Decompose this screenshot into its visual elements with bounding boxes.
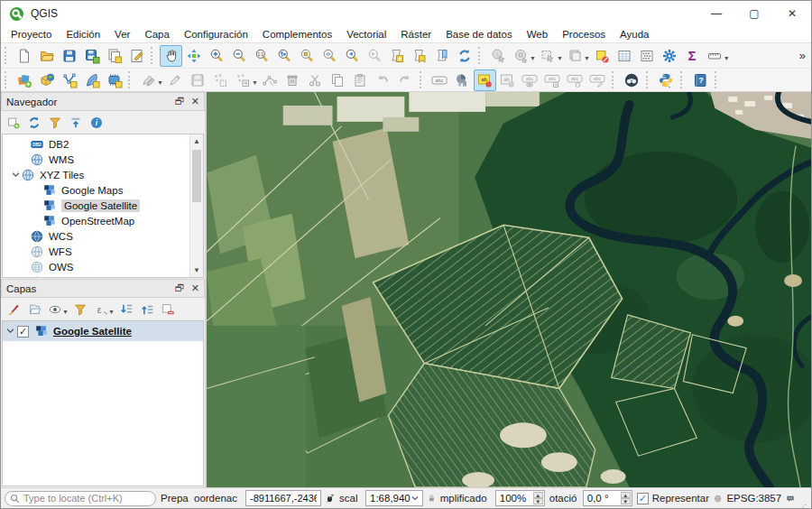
scale-combobox[interactable]: 1:68,940	[365, 490, 423, 506]
feature-action-dropdown[interactable]: ▼	[510, 45, 537, 67]
pan-to-selection-button[interactable]	[182, 45, 205, 67]
zoom-to-selection-button[interactable]	[295, 45, 318, 67]
browser-scrollbar[interactable]: ▲ ▼	[189, 134, 203, 277]
pan-map-button[interactable]	[160, 45, 182, 67]
add-vector-layer-button[interactable]	[58, 69, 80, 91]
scroll-up-icon[interactable]: ▲	[190, 134, 203, 148]
coordinate-display[interactable]	[245, 490, 321, 506]
save-project-button[interactable]	[58, 45, 80, 67]
copy-features-button[interactable]	[327, 69, 349, 91]
browser-filter-button[interactable]	[45, 113, 65, 132]
minimize-button[interactable]: —	[697, 1, 735, 26]
menu-complementos[interactable]: Complementos	[255, 28, 339, 41]
pin-labels-button[interactable]: abc	[519, 69, 541, 91]
layer-labeling-button[interactable]: abc	[429, 69, 451, 91]
browser-properties-button[interactable]: i	[87, 113, 106, 132]
browser-item-db2[interactable]: DB2 DB2	[3, 136, 189, 152]
locate-input[interactable]	[23, 493, 141, 504]
collapse-chevron-icon[interactable]	[10, 170, 21, 180]
crs-indicator[interactable]: EPSG:3857	[726, 493, 781, 504]
manage-visibility-dropdown[interactable]: ▼	[45, 300, 69, 319]
zoom-full-button[interactable]	[272, 45, 295, 67]
resize-grip[interactable]: ⡠	[801, 500, 807, 508]
collapse-chevron-icon[interactable]	[3, 326, 17, 337]
float-panel-icon[interactable]: 🗗	[175, 97, 185, 106]
magnifier-spinbox[interactable]: 100% ▲▼	[495, 490, 545, 506]
toolbar-drag-handle[interactable]	[5, 71, 9, 88]
paste-features-button[interactable]	[349, 69, 372, 91]
rotation-spinbox[interactable]: 0,0 ° ▲▼	[583, 490, 632, 506]
help-button[interactable]: ?	[689, 69, 712, 91]
toolbar-drag-handle[interactable]	[5, 47, 9, 64]
menu-procesos[interactable]: Procesos	[555, 28, 613, 41]
toggle-editing-button[interactable]	[164, 69, 187, 91]
render-checkbox[interactable]: ✓	[637, 493, 649, 504]
close-panel-icon[interactable]: ✕	[191, 283, 199, 293]
zoom-out-button[interactable]	[227, 45, 250, 67]
browser-item-ows[interactable]: OWS	[3, 259, 189, 274]
browser-item-google-satellite[interactable]: Google Satellite	[3, 198, 189, 213]
scroll-down-icon[interactable]: ▼	[190, 264, 203, 277]
remove-layer-button[interactable]	[158, 300, 178, 319]
spin-up-icon[interactable]: ▲	[621, 492, 631, 498]
menu-base-de-datos[interactable]: Base de datos	[438, 28, 520, 41]
coordinate-input[interactable]	[250, 493, 317, 504]
deselect-all-button[interactable]	[591, 45, 614, 67]
open-project-button[interactable]	[35, 45, 58, 67]
statistics-button[interactable]: Σ	[681, 45, 704, 67]
open-layer-styling-button[interactable]	[4, 300, 23, 319]
map-canvas[interactable]	[207, 92, 811, 487]
float-panel-icon[interactable]: 🗗	[175, 283, 185, 293]
undo-button[interactable]	[372, 69, 394, 91]
browser-add-layer-button[interactable]	[4, 113, 23, 132]
move-feature-dropdown[interactable]: ▼	[232, 69, 259, 91]
collapse-all-button[interactable]	[137, 300, 157, 319]
project-template-button[interactable]	[103, 45, 125, 67]
layer-diagram-button[interactable]	[451, 69, 474, 91]
spin-up-icon[interactable]: ▲	[533, 492, 543, 498]
current-edits-dropdown[interactable]: ▼	[137, 69, 164, 91]
zoom-next-button[interactable]	[363, 45, 385, 67]
processing-toolbox-button[interactable]	[659, 45, 681, 67]
browser-collapse-button[interactable]	[66, 113, 86, 132]
zoom-native-button[interactable]: 1:1	[250, 45, 272, 67]
browser-item-wms[interactable]: WMS	[3, 152, 189, 167]
field-calculator-button[interactable]	[636, 45, 659, 67]
menu-edicion[interactable]: Edición	[59, 28, 107, 41]
spin-down-icon[interactable]: ▼	[533, 498, 543, 504]
locate-box[interactable]	[5, 491, 156, 506]
spin-down-icon[interactable]: ▼	[621, 498, 631, 504]
scrollbar-thumb[interactable]	[192, 150, 201, 202]
save-edits-button[interactable]	[187, 69, 209, 91]
browser-item-partial[interactable]	[3, 274, 189, 277]
attribute-table-button[interactable]	[614, 45, 636, 67]
vertex-tool-button[interactable]	[259, 69, 281, 91]
menu-vectorial[interactable]: Vectorial	[339, 28, 393, 41]
filter-by-expression-dropdown[interactable]: ε▼	[91, 300, 115, 319]
select-features-dropdown[interactable]: ▼	[537, 45, 564, 67]
data-source-manager-button[interactable]	[13, 69, 35, 91]
menu-web[interactable]: Web	[520, 28, 555, 41]
zoom-last-button[interactable]	[340, 45, 363, 67]
refresh-map-button[interactable]	[453, 45, 475, 67]
save-project-as-button[interactable]	[80, 45, 103, 67]
menu-ayuda[interactable]: Ayuda	[613, 28, 656, 41]
zoom-in-button[interactable]	[205, 45, 227, 67]
layout-manager-button[interactable]	[125, 45, 148, 67]
menu-raster[interactable]: Ráster	[393, 28, 438, 41]
close-panel-icon[interactable]: ✕	[191, 97, 199, 106]
label-options-button[interactable]: ab	[474, 69, 496, 91]
menu-proyecto[interactable]: Proyecto	[4, 28, 59, 41]
browser-item-google-maps[interactable]: Google Maps	[3, 182, 189, 198]
show-bookmarks-button[interactable]	[408, 45, 430, 67]
rotate-label-button[interactable]: abc	[564, 69, 586, 91]
add-group-button[interactable]	[24, 300, 44, 319]
new-bookmark-button[interactable]	[385, 45, 408, 67]
add-database-layer-button[interactable]	[103, 69, 125, 91]
change-label-button[interactable]: abc	[586, 69, 609, 91]
menu-capa[interactable]: Capa	[137, 28, 177, 41]
diagram-options-button[interactable]: ab	[496, 69, 519, 91]
crs-globe-icon[interactable]	[714, 492, 722, 505]
metasearch-button[interactable]	[621, 69, 643, 91]
identify-features-button[interactable]: i	[487, 45, 510, 67]
